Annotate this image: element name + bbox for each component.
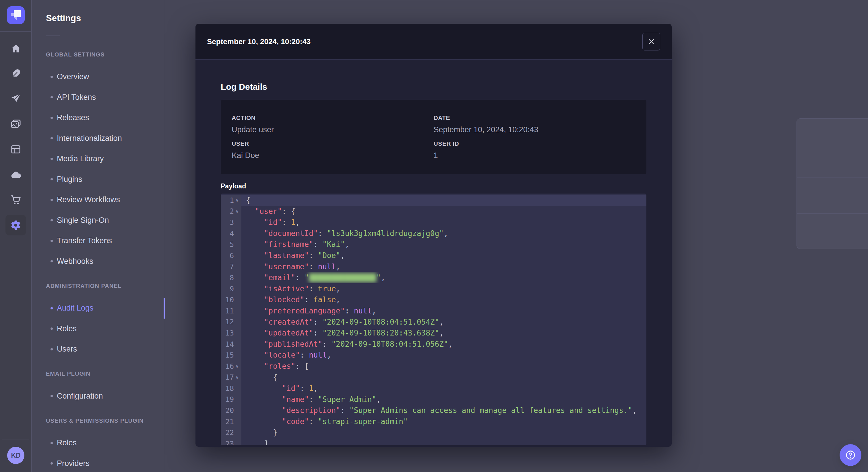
line-number: 17 <box>224 373 234 381</box>
code-text: "createdAt": "2024-09-10T08:04:51.054Z", <box>241 316 646 328</box>
code-text: "updatedAt": "2024-09-10T08:20:43.638Z", <box>241 328 646 339</box>
gutter: 11 <box>221 305 241 316</box>
field-value: Kai Doe <box>231 151 434 160</box>
line-number: 5 <box>224 240 234 248</box>
code-text: "lastname": "Doe", <box>241 250 646 261</box>
line-number: 15 <box>224 351 234 359</box>
code-text: } <box>241 427 646 438</box>
code-text: "username": null, <box>241 261 646 272</box>
field-action: ACTION Update user <box>231 111 434 137</box>
line-number: 13 <box>224 329 234 337</box>
gutter: 18 <box>221 383 241 394</box>
gutter: 7 <box>221 261 241 272</box>
code-text: "roles": [ <box>241 361 646 372</box>
code-text: { <box>241 372 646 383</box>
code-text: "email": "███████████████", <box>241 272 646 283</box>
code-line: 1∨{ <box>221 195 646 206</box>
code-line: 13 "updatedAt": "2024-09-10T08:20:43.638… <box>221 328 646 339</box>
modal-header: September 10, 2024, 10:20:43 <box>195 24 672 60</box>
code-text: "firstname": "Kai", <box>241 239 646 250</box>
fold-toggle-icon[interactable]: ∨ <box>234 361 240 372</box>
app-root: KD Settings GLOBAL SETTINGSOverviewAPI T… <box>0 0 868 472</box>
gutter: 19 <box>221 394 241 405</box>
gutter: 10 <box>221 294 241 305</box>
line-number: 21 <box>224 417 234 426</box>
payload-code[interactable]: 1∨{2∨ "user": {3 "id": 1,4 "documentId":… <box>221 194 646 445</box>
code-line: 4 "documentId": "ls3uk3g1xm4ltdrdugzajg0… <box>221 228 646 239</box>
gutter: 23 <box>221 438 241 445</box>
line-number: 2 <box>224 207 234 215</box>
code-line: 6 "lastname": "Doe", <box>221 250 646 261</box>
modal-body: Log Details ACTION Update user DATE Sept… <box>195 60 672 447</box>
gutter: 21 <box>221 416 241 427</box>
gutter: 5 <box>221 239 241 250</box>
code-line: 17∨ { <box>221 372 646 383</box>
line-number: 19 <box>224 395 234 403</box>
section-title: Log Details <box>221 82 646 92</box>
gutter: 4 <box>221 228 241 239</box>
code-text: "id": 1, <box>241 217 646 228</box>
gutter: 20 <box>221 405 241 416</box>
line-number: 12 <box>224 318 234 326</box>
field-user: USER Kai Doe <box>231 137 434 163</box>
field-value: September 10, 2024, 10:20:43 <box>434 125 636 134</box>
code-text: "name": "Super Admin", <box>241 394 646 405</box>
gutter: 17∨ <box>221 372 241 383</box>
code-line: 23 ] <box>221 438 646 445</box>
gutter: 8 <box>221 272 241 283</box>
field-label: USER ID <box>434 140 636 147</box>
line-number: 22 <box>224 429 234 437</box>
code-text: "documentId": "ls3uk3g1xm4ltdrdugzajg0g"… <box>241 228 646 239</box>
gutter: 3 <box>221 217 241 228</box>
code-text: ] <box>241 438 646 445</box>
close-icon <box>648 38 655 45</box>
field-value: Update user <box>231 125 434 134</box>
code-line: 14 "publishedAt": "2024-09-10T08:04:51.0… <box>221 339 646 350</box>
gutter: 2∨ <box>221 206 241 217</box>
code-line: 19 "name": "Super Admin", <box>221 394 646 405</box>
field-label: USER <box>231 140 434 147</box>
fold-toggle-icon[interactable]: ∨ <box>234 195 240 206</box>
code-line: 15 "locale": null, <box>221 349 646 361</box>
gutter: 9 <box>221 283 241 295</box>
line-number: 20 <box>224 406 234 415</box>
line-number: 7 <box>224 262 234 271</box>
code-line: 20 "description": "Super Admins can acce… <box>221 405 646 416</box>
line-number: 3 <box>224 218 234 227</box>
code-line: 16∨ "roles": [ <box>221 361 646 372</box>
code-line: 11 "preferedLanguage": null, <box>221 305 646 316</box>
fold-toggle-icon[interactable]: ∨ <box>234 372 240 383</box>
line-number: 16 <box>224 362 234 370</box>
code-text: "description": "Super Admins can access … <box>241 405 646 416</box>
line-number: 11 <box>224 307 234 315</box>
code-line: 9 "isActive": true, <box>221 283 646 295</box>
gutter: 16∨ <box>221 361 241 372</box>
log-details-modal: September 10, 2024, 10:20:43 Log Details… <box>195 24 672 447</box>
code-line: 22 } <box>221 427 646 438</box>
gutter: 22 <box>221 427 241 438</box>
code-text: "locale": null, <box>241 349 646 361</box>
gutter: 14 <box>221 339 241 350</box>
code-line: 2∨ "user": { <box>221 206 646 217</box>
field-date: DATE September 10, 2024, 10:20:43 <box>434 111 636 137</box>
close-button[interactable] <box>642 33 660 50</box>
code-text: "isActive": true, <box>241 283 646 295</box>
line-number: 9 <box>224 285 234 293</box>
field-value: 1 <box>434 151 636 160</box>
code-line: 3 "id": 1, <box>221 217 646 228</box>
gutter: 15 <box>221 349 241 361</box>
line-number: 1 <box>224 196 234 204</box>
code-line: 8 "email": "███████████████", <box>221 272 646 283</box>
code-text: "preferedLanguage": null, <box>241 305 646 316</box>
field-user-id: USER ID 1 <box>434 137 636 163</box>
gutter: 12 <box>221 316 241 328</box>
line-number: 23 <box>224 440 234 445</box>
modal-title: September 10, 2024, 10:20:43 <box>207 37 311 46</box>
line-number: 4 <box>224 229 234 238</box>
fold-toggle-icon[interactable]: ∨ <box>234 206 240 217</box>
field-label: ACTION <box>231 114 434 121</box>
log-info-card: ACTION Update user DATE September 10, 20… <box>221 100 646 174</box>
field-label: DATE <box>434 114 636 121</box>
code-text: { <box>241 195 646 206</box>
code-text: "code": "strapi-super-admin" <box>241 416 646 427</box>
